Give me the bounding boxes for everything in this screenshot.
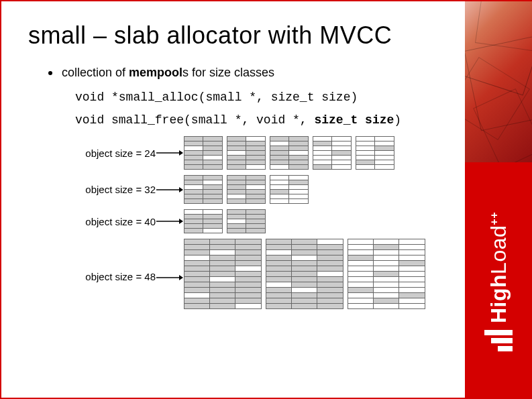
diagram: object size = 24 object size = 32 [62, 136, 444, 309]
bullet-text: collection of mempools for size classes [62, 66, 274, 80]
slab [270, 136, 309, 170]
highload-logo: HighLoad++ [465, 162, 532, 399]
svg-marker-7 [179, 275, 183, 280]
slabs-48 [184, 239, 425, 309]
code-line-2-pre: void small_free(small *, void *, [75, 113, 314, 127]
slab [184, 209, 223, 233]
size-row-40: object size = 40 [62, 209, 444, 233]
slide-content: small – slab allocator with MVCC collect… [1, 1, 471, 328]
size-row-24: object size = 24 [62, 136, 444, 170]
logo-plus: ++ [488, 212, 500, 225]
arrow-icon [156, 218, 184, 225]
decorative-pattern [465, 1, 532, 162]
arrow-icon [156, 186, 184, 193]
slab [313, 136, 352, 170]
slab [184, 239, 262, 309]
logo-high: High [486, 274, 511, 323]
size-label: object size = 40 [62, 216, 156, 227]
slabs-24 [184, 136, 394, 170]
arrow-icon [156, 150, 184, 156]
code-line-2: void small_free(small *, void *, size_t … [75, 113, 444, 127]
bullet-text-prefix: collection of [62, 66, 129, 79]
sidebar: HighLoad++ [465, 1, 532, 399]
bullet-text-bold: mempool [129, 66, 182, 79]
code-line-2-post: ) [394, 113, 401, 127]
slabs-32 [184, 175, 309, 204]
slab [184, 175, 223, 204]
code-line-2-bold: size_t size [314, 113, 394, 127]
svg-marker-5 [179, 219, 183, 224]
svg-marker-1 [179, 150, 183, 156]
logo-bars-icon [484, 329, 513, 351]
bullet-item: collection of mempools for size classes [48, 66, 444, 80]
size-label: object size = 24 [62, 148, 156, 159]
slab [266, 239, 343, 309]
size-label: object size = 32 [62, 184, 156, 195]
logo-load: Load [486, 225, 511, 274]
slab [270, 175, 309, 204]
bullet-text-suffix: s for size classes [182, 66, 274, 79]
slab [227, 175, 266, 204]
slab [348, 239, 425, 309]
arrow-icon [156, 274, 184, 281]
bullet-dot-icon [48, 71, 52, 75]
size-label: object size = 48 [62, 271, 156, 282]
logo-text: HighLoad++ [486, 212, 511, 323]
size-row-48: object size = 48 [62, 239, 444, 309]
slab [356, 136, 394, 170]
code-line-1: void *small_alloc(small *, size_t size) [75, 91, 444, 104]
slab [227, 136, 266, 170]
slab [227, 209, 266, 233]
svg-marker-3 [179, 187, 183, 192]
size-row-32: object size = 32 [62, 175, 444, 204]
slabs-40 [184, 209, 266, 233]
slab [184, 136, 223, 170]
slide-title: small – slab allocator with MVCC [28, 21, 444, 50]
